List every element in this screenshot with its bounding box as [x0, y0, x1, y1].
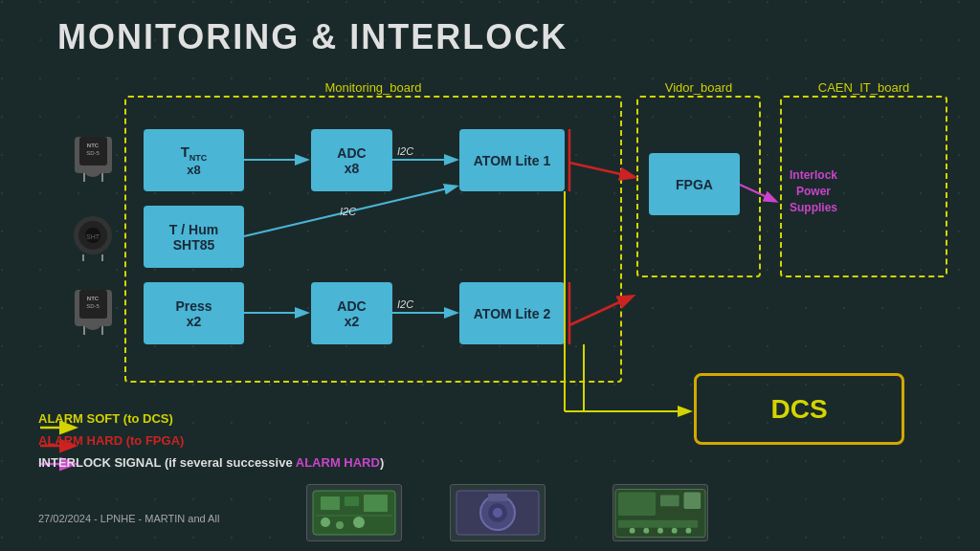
adc2-line2: x2: [345, 314, 360, 329]
legend-alarm-soft: ALARM SOFT (to DCS): [38, 411, 384, 426]
press-line1: Press: [175, 298, 212, 314]
svg-rect-56: [618, 519, 698, 527]
caen-board-label: CAEN_IT_board: [813, 80, 915, 95]
atom2-line1: ATOM Lite 2: [474, 306, 550, 321]
atom1-line1: ATOM Lite 1: [474, 153, 550, 168]
page-title: MONITORING & INTERLOCK: [57, 17, 568, 57]
svg-point-60: [672, 527, 678, 533]
box-tntc: TNTCx8: [144, 129, 244, 191]
svg-point-57: [630, 527, 635, 533]
box-adc2: ADC x2: [311, 282, 392, 344]
svg-point-6: [85, 167, 100, 177]
svg-rect-40: [321, 496, 340, 510]
alarm-hard-label: ALARM HARD (to FPGA): [38, 433, 184, 448]
monitoring-board-label: Monitoring_board: [319, 80, 427, 95]
dcs-box: DCS: [694, 373, 904, 445]
svg-point-44: [336, 521, 344, 529]
sensor-ntc2: SHT: [67, 209, 120, 261]
legend-interlock-signal: INTERLOCK SIGNAL (if several successive …: [38, 455, 384, 470]
svg-rect-51: [488, 494, 507, 501]
press-line2: x2: [187, 314, 202, 329]
svg-point-58: [643, 527, 649, 533]
footer-date: 27/02/2024 - LPNHE - MARTIN and All: [38, 513, 219, 524]
thum-line2: SHT85: [173, 237, 215, 253]
svg-rect-42: [364, 495, 388, 512]
board-thumb-1: [306, 484, 402, 541]
legend: ALARM SOFT (to DCS) ALARM HARD (to FPGA)…: [38, 385, 384, 474]
svg-text:NTC: NTC: [87, 296, 100, 301]
adc2-line1: ADC: [337, 298, 366, 314]
box-fpga: FPGA: [649, 153, 740, 215]
svg-point-45: [353, 517, 365, 528]
svg-text:NTC: NTC: [87, 143, 100, 148]
box-thum: T / Hum SHT85: [144, 206, 244, 268]
box-press: Press x2: [144, 282, 244, 344]
box-adc1: ADC x8: [311, 129, 392, 191]
adc1-line2: x8: [345, 161, 360, 176]
fpga-label: FPGA: [676, 177, 713, 192]
interlock-signal-label: INTERLOCK SIGNAL (if several successive …: [38, 455, 384, 470]
svg-rect-41: [345, 496, 359, 506]
adc1-line1: ADC: [337, 145, 366, 161]
thum-line1: T / Hum: [169, 222, 218, 237]
dcs-label: DCS: [770, 394, 827, 425]
svg-point-19: [85, 320, 100, 330]
svg-point-59: [657, 527, 663, 533]
svg-text:SD-5: SD-5: [86, 303, 100, 309]
alarm-soft-label: ALARM SOFT (to DCS): [38, 411, 173, 426]
sensor-ntc3: NTC SD-5: [67, 285, 120, 338]
legend-alarm-hard: ALARM HARD (to FPGA): [38, 433, 384, 448]
svg-text:SD-5: SD-5: [86, 150, 100, 156]
svg-text:SHT: SHT: [86, 233, 100, 240]
sensor-ntc1: NTC SD-5: [67, 132, 120, 185]
svg-point-50: [493, 508, 502, 518]
svg-rect-53: [618, 492, 656, 516]
interlock-label: InterlockPowerSupplies: [790, 167, 837, 215]
vidor-board-label: Vidor_board: [659, 80, 739, 95]
svg-rect-55: [684, 492, 702, 509]
svg-point-61: [685, 527, 691, 533]
board-thumb-3: [612, 484, 708, 541]
board-thumb-2: [450, 484, 546, 541]
svg-rect-54: [660, 495, 679, 506]
box-atom2: ATOM Lite 2: [459, 282, 565, 344]
svg-point-43: [321, 518, 330, 527]
box-atom1: ATOM Lite 1: [459, 129, 565, 191]
